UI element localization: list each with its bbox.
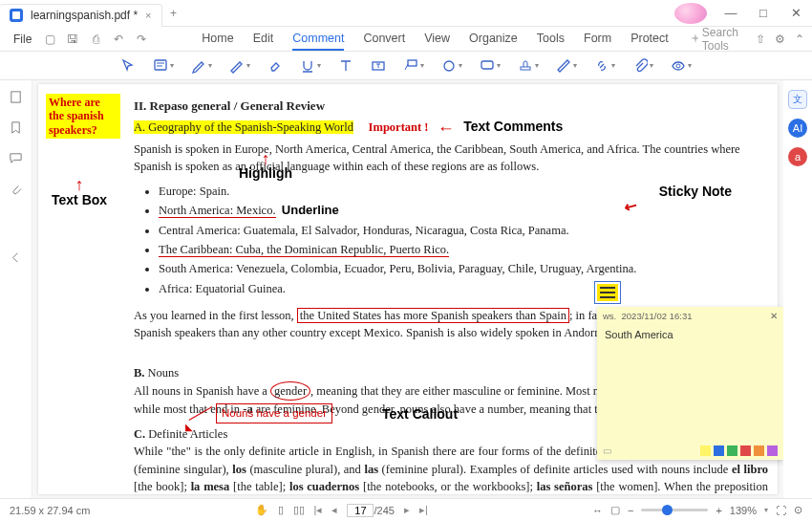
layout-continuous-icon[interactable]: ▯ xyxy=(278,504,284,516)
list-item: Africa: Equatorial Guinea. xyxy=(159,280,768,297)
comments-icon[interactable] xyxy=(9,151,23,168)
text-box-annotation[interactable]: Where are the spanish speakers? xyxy=(46,94,120,139)
print-icon[interactable]: ⎙ xyxy=(87,33,104,46)
list-item: South America: Venezuela, Colombia, Ecua… xyxy=(159,260,768,277)
tab-organize[interactable]: Organize xyxy=(469,28,518,51)
window-maximize-button[interactable]: □ xyxy=(747,6,780,20)
link-tool[interactable]: ▾ xyxy=(594,58,615,74)
prev-page-icon[interactable]: ◂ xyxy=(331,504,337,516)
ribbon-tabs: Home Edit Comment Convert View Organize … xyxy=(202,28,668,51)
list-item: Central America: Guatemala, El Salvador,… xyxy=(159,222,768,239)
save-icon[interactable]: 🖫 xyxy=(64,33,81,46)
ai-icon[interactable]: AI xyxy=(788,119,807,138)
callout-tool[interactable]: ▾ xyxy=(403,58,424,74)
label-textbox: ↑ Text Box xyxy=(52,180,107,209)
tab-comment[interactable]: Comment xyxy=(292,28,344,51)
document-tab[interactable]: learningspanish.pdf * × xyxy=(0,4,162,27)
label-sticky-note: Sticky Note ↙ xyxy=(659,184,732,199)
page-dimensions: 21.59 x 27.94 cm xyxy=(10,505,90,516)
highlight-tool[interactable]: ▾ xyxy=(191,58,212,74)
underline-tool[interactable]: ▾ xyxy=(300,58,321,74)
label-text-comments: Text Comments xyxy=(463,119,563,134)
tab-form[interactable]: Form xyxy=(584,28,611,51)
tab-edit[interactable]: Edit xyxy=(253,28,274,51)
eraser-tool[interactable] xyxy=(267,58,283,74)
collapse-ribbon-icon[interactable]: ⌃ xyxy=(795,33,804,46)
select-tool[interactable] xyxy=(120,58,136,74)
svg-rect-4 xyxy=(408,60,417,66)
hide-tool[interactable]: ▾ xyxy=(671,58,692,74)
measure-tool[interactable]: ▾ xyxy=(556,58,577,74)
translate-icon[interactable]: 文 xyxy=(788,90,807,109)
fit-page-icon[interactable]: ▢ xyxy=(610,504,620,516)
sticky-menu-icon[interactable]: ▭ xyxy=(603,445,611,456)
tab-protect[interactable]: Protect xyxy=(630,28,669,51)
attachments-icon[interactable] xyxy=(9,182,23,199)
label-callout: Text Callout xyxy=(382,404,458,423)
stamp-tool[interactable]: ▾ xyxy=(480,58,501,74)
status-bar: 21.59 x 27.94 cm ✋ ▯ ▯▯ |◂ ◂ /245 ▸ ▸| ↔… xyxy=(0,498,812,521)
svg-rect-7 xyxy=(521,67,530,70)
svg-rect-9 xyxy=(11,92,20,102)
list-item: North America: Mexico. Underline xyxy=(159,202,768,220)
sparkle-icon xyxy=(690,33,698,45)
textbox-tool[interactable] xyxy=(371,58,386,74)
window-minimize-button[interactable]: — xyxy=(715,6,747,20)
undo-icon[interactable]: ↶ xyxy=(110,33,127,46)
highlighted-text: A. Geography of the Spanish-Speaking Wor… xyxy=(134,120,353,134)
label-highlight: ↑ Highligh xyxy=(239,155,292,183)
text-comment-annotation[interactable]: Important ! xyxy=(369,120,429,134)
tab-view[interactable]: View xyxy=(424,28,450,51)
arrow-left-icon[interactable] xyxy=(9,250,23,268)
fullscreen-icon[interactable]: ⛶ xyxy=(776,505,786,516)
settings-icon[interactable]: ⚙ xyxy=(775,33,785,46)
tab-title: learningspanish.pdf * xyxy=(31,9,138,22)
text-tool[interactable] xyxy=(338,58,353,74)
sticky-note-text[interactable]: South America xyxy=(597,325,783,344)
sticky-close-icon[interactable]: ✕ xyxy=(770,311,778,321)
zoom-level: 139% xyxy=(730,505,757,516)
brand-orb-icon[interactable] xyxy=(674,3,707,24)
note-tool[interactable]: ▾ xyxy=(153,58,174,74)
new-tab-button[interactable]: + xyxy=(162,7,185,20)
rectangle-annotation[interactable]: the United States has more Spanish speak… xyxy=(297,308,569,323)
svg-point-8 xyxy=(676,64,680,68)
next-page-icon[interactable]: ▸ xyxy=(404,504,410,516)
tab-home[interactable]: Home xyxy=(202,28,233,51)
sticky-note-icon[interactable] xyxy=(594,281,621,304)
more-icon[interactable]: ⊙ xyxy=(794,504,802,516)
zoom-in-icon[interactable]: + xyxy=(716,505,721,516)
redo-icon[interactable]: ↷ xyxy=(133,33,150,46)
assistant-icon[interactable]: a xyxy=(788,147,807,166)
oval-annotation[interactable]: gender xyxy=(270,381,310,401)
tab-close-icon[interactable]: × xyxy=(145,10,151,21)
open-icon[interactable]: ▢ xyxy=(41,33,58,46)
tab-tools[interactable]: Tools xyxy=(537,28,565,51)
tab-convert[interactable]: Convert xyxy=(363,28,405,51)
fit-width-icon[interactable]: ↔ xyxy=(592,505,603,516)
sticky-note-popup[interactable]: ws. 2023/11/02 16:31 ✕ South America ▭ xyxy=(597,307,783,460)
bookmarks-icon[interactable] xyxy=(9,120,23,138)
left-sidebar xyxy=(0,80,32,498)
last-page-icon[interactable]: ▸| xyxy=(419,504,428,516)
page-number-input[interactable] xyxy=(347,504,374,517)
share-icon[interactable]: ⇧ xyxy=(756,33,765,46)
zoom-out-icon[interactable]: − xyxy=(628,505,633,516)
paragraph: Spanish is spoken in Europe, North Ameri… xyxy=(134,141,768,175)
svg-rect-6 xyxy=(481,61,493,69)
layout-facing-icon[interactable]: ▯▯ xyxy=(293,504,305,516)
stamp2-tool[interactable]: ▾ xyxy=(518,58,539,74)
file-menu[interactable]: File xyxy=(8,31,37,48)
sticky-color-picker[interactable] xyxy=(700,445,778,456)
attach-tool[interactable]: ▾ xyxy=(632,58,653,74)
window-close-button[interactable]: ✕ xyxy=(780,6,812,20)
pencil-tool[interactable]: ▾ xyxy=(229,58,250,74)
search-tools[interactable]: Search Tools xyxy=(690,26,752,53)
thumbnails-icon[interactable] xyxy=(9,90,23,107)
first-page-icon[interactable]: |◂ xyxy=(314,504,323,516)
shapes-tool[interactable]: ▾ xyxy=(441,58,462,74)
hand-tool-icon[interactable]: ✋ xyxy=(255,504,268,516)
svg-point-5 xyxy=(444,61,454,71)
zoom-slider[interactable] xyxy=(641,509,708,511)
text-callout-annotation[interactable]: ◣ Nouns have a gender xyxy=(216,403,332,423)
